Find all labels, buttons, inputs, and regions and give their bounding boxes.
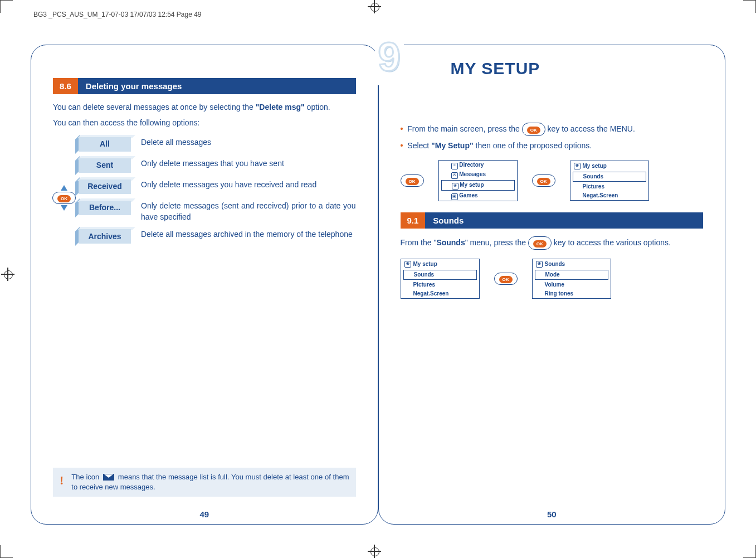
nav-indicator: OK — [53, 135, 75, 211]
menu-item-label: Ring tones — [545, 290, 574, 297]
paragraph: From the "Sounds" menu, press the OK key… — [401, 236, 704, 250]
phone-menu-box: ❀Sounds Mode Volume Ring tones — [532, 259, 611, 299]
menu-item-label: Sounds — [414, 271, 435, 278]
registration-mark — [1, 268, 14, 281]
option-label: Archives — [79, 229, 131, 244]
menu-item: Pictures — [570, 182, 648, 191]
option-bar: Received — [75, 177, 131, 194]
bullet-line: • Select "My Setup" then one of the prop… — [401, 140, 704, 152]
menu-item-label: My setup — [460, 182, 484, 188]
bold-text: "My Setup" — [431, 141, 474, 150]
ok-key-icon: OK — [52, 192, 76, 204]
note-callout: ! The icon means that the message list i… — [53, 468, 356, 497]
directory-icon: ≡ — [451, 163, 458, 169]
ok-key-icon: OK — [522, 123, 545, 136]
crop-mark — [0, 0, 13, 13]
option-bar: All — [75, 135, 131, 152]
option-description: Delete all messages — [141, 135, 356, 148]
menu-box-title: ❀My setup — [401, 259, 479, 269]
option-label: Before... — [79, 201, 131, 215]
text: The icon — [71, 473, 101, 481]
section-number: 8.6 — [53, 78, 78, 94]
chapter-title: MY SETUP — [451, 57, 540, 80]
ok-key-icon: OK — [494, 273, 518, 285]
arrow-up-icon — [61, 185, 67, 191]
menu-box-title: ❀Sounds — [533, 259, 611, 269]
page-right: 9 MY SETUP • From the main screen, press… — [378, 45, 726, 525]
phone-menu-box: ≡ Directory ✉ Messages ❀ My setup ▣ Game… — [438, 160, 518, 201]
section-header: 8.6 Deleting your messages — [53, 78, 356, 94]
menu-item: Volume — [533, 280, 611, 289]
arrow-down-icon — [61, 205, 67, 211]
menu-item-selected: Sounds — [573, 172, 646, 182]
page-number: 50 — [378, 508, 726, 520]
menu-item: ▣ Games — [439, 191, 517, 201]
text: From the " — [401, 238, 437, 247]
setup-icon: ❀ — [404, 261, 411, 268]
option-description: Only delete messages you have received a… — [141, 177, 356, 191]
menu-item-label: Negat.Screen — [413, 290, 449, 297]
menu-item-selected: Mode — [535, 270, 608, 280]
ok-label: OK — [406, 178, 419, 185]
menu-item-selected: Sounds — [403, 270, 477, 280]
page-spread: 8.6 Deleting your messages You can delet… — [31, 45, 725, 525]
menu-item-label: Pictures — [583, 183, 604, 190]
menu-item: Pictures — [401, 280, 479, 289]
section-number: 9.1 — [401, 212, 426, 229]
bullet-icon: • — [401, 141, 403, 150]
sounds-icon: ❀ — [536, 261, 543, 268]
scan-surface: BG3 _PCS_AUS_UM_17-07-03 17/07/03 12:54 … — [0, 0, 756, 558]
note-text: The icon means that the message list is … — [71, 472, 349, 492]
menu-item: ≡ Directory — [439, 161, 517, 170]
definition-row: All Delete all messages — [75, 135, 356, 152]
menu-item-label: Sounds — [583, 173, 604, 179]
chapter-number: 9 — [375, 29, 404, 85]
ok-key-icon: OK — [401, 174, 424, 187]
exclamation-icon: ! — [60, 472, 64, 489]
text: option. — [305, 103, 330, 111]
menu-item-selected: ❀ My setup — [441, 180, 515, 191]
intro-paragraph-2: You can then access the following option… — [53, 118, 356, 129]
text: You can delete several messages at once … — [53, 103, 256, 111]
scan-header: BG3 _PCS_AUS_UM_17-07-03 17/07/03 12:54 … — [33, 10, 202, 20]
menu-flow-row: ❀My setup Sounds Pictures Negat.Screen O… — [401, 259, 704, 299]
text: key to access the various options. — [552, 238, 671, 247]
menu-title-label: My setup — [583, 162, 607, 170]
registration-mark — [368, 545, 381, 558]
crop-mark — [743, 545, 756, 558]
definition-row: Before... Only delete messages (sent and… — [75, 198, 356, 222]
bold-text: Sounds — [436, 238, 465, 247]
option-bar: Archives — [75, 227, 131, 244]
menu-item-label: Pictures — [413, 282, 435, 288]
definition-row: Sent Only delete messages that you have … — [75, 156, 356, 173]
definition-list: All Delete all messages Sent Only delete… — [75, 135, 356, 248]
setup-icon: ❀ — [574, 163, 581, 169]
envelope-full-icon — [103, 474, 114, 481]
bullet-line: • From the main screen, press the OK key… — [401, 123, 704, 136]
intro-paragraph: You can delete several messages at once … — [53, 102, 356, 113]
section-title: Deleting your messages — [78, 78, 356, 94]
page-frame — [31, 45, 378, 525]
menu-item-label: Volume — [545, 282, 564, 288]
chapter-badge: 9 — [375, 29, 404, 85]
option-description: Delete all messages archived in the memo… — [141, 227, 356, 240]
ok-label: OK — [537, 178, 550, 185]
option-description: Only delete messages that you have sent — [141, 156, 356, 169]
option-label: Received — [79, 179, 131, 194]
menu-item-label: Messages — [459, 171, 486, 177]
ok-label: OK — [499, 276, 513, 283]
ok-key-icon: OK — [528, 236, 552, 250]
right-content: • From the main screen, press the OK key… — [401, 123, 704, 299]
menu-item: Negat.Screen — [401, 289, 479, 298]
ok-label: OK — [533, 240, 547, 248]
text: key to access the MENU. — [548, 124, 635, 133]
menu-title-label: Sounds — [545, 260, 565, 268]
crop-mark — [0, 545, 13, 558]
page-number: 49 — [31, 508, 378, 520]
messages-icon: ✉ — [451, 172, 458, 179]
text: Select — [407, 141, 431, 150]
option-label: Sent — [79, 158, 131, 173]
phone-menu-box: ❀My setup Sounds Pictures Negat.Screen — [570, 161, 649, 201]
ok-key-icon: OK — [532, 174, 555, 187]
menu-item-label: Directory — [459, 162, 484, 168]
